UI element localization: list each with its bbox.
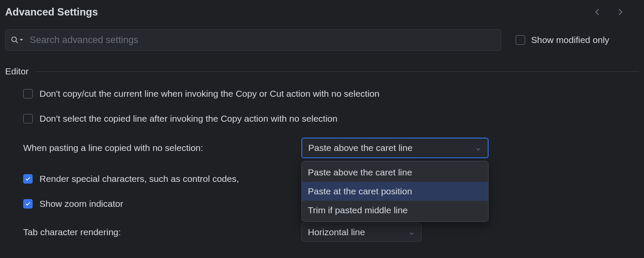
settings-body: Don't copy/cut the current line when inv… — [5, 88, 639, 242]
search-row: Show modified only — [5, 29, 639, 51]
header: Advanced Settings — [5, 6, 639, 18]
advanced-settings-panel: Advanced Settings Show modified only — [0, 0, 644, 242]
back-icon[interactable] — [592, 6, 603, 18]
checkbox-unchecked-icon[interactable] — [23, 114, 33, 123]
nav-arrows — [592, 6, 626, 18]
paste-mode-select[interactable]: Paste above the caret line — [301, 138, 489, 158]
checkbox-zoom-indicator[interactable]: Show zoom indicator — [23, 199, 123, 209]
setting-label: Tab character rendering: — [23, 227, 301, 237]
select-value: Paste above the caret line — [308, 143, 413, 153]
divider — [36, 71, 639, 72]
forward-icon[interactable] — [615, 6, 626, 18]
search-icon — [11, 34, 23, 46]
checkbox-unchecked-icon[interactable] — [23, 89, 33, 98]
page-title: Advanced Settings — [5, 6, 98, 18]
search-box[interactable] — [5, 29, 501, 51]
dropdown-item[interactable]: Paste above the caret line — [302, 163, 488, 182]
dropdown-item[interactable]: Paste at the caret position — [302, 182, 488, 201]
setting-label: Show zoom indicator — [39, 199, 123, 209]
chevron-down-icon — [475, 144, 482, 151]
setting-select-after-copy: Don't select the copied line after invok… — [23, 113, 639, 125]
checkbox-select-after-copy[interactable]: Don't select the copied line after invok… — [23, 114, 337, 124]
dropdown-item[interactable]: Trim if pasted middle line — [302, 201, 488, 220]
setting-tab-rendering: Tab character rendering: Horizontal line — [23, 223, 639, 242]
checkbox-checked-icon[interactable] — [23, 174, 33, 184]
checkbox-unchecked-icon[interactable] — [516, 35, 525, 45]
setting-label: When pasting a line copied with no selec… — [23, 143, 301, 153]
setting-copy-cut: Don't copy/cut the current line when inv… — [23, 88, 639, 100]
checkbox-checked-icon[interactable] — [23, 199, 33, 209]
setting-label: Don't select the copied line after invok… — [39, 114, 337, 124]
search-input[interactable] — [29, 34, 495, 46]
tab-rendering-select[interactable]: Horizontal line — [301, 223, 422, 242]
paste-mode-dropdown: Paste above the caret line Paste at the … — [301, 161, 489, 222]
show-modified-label: Show modified only — [531, 35, 609, 45]
svg-point-0 — [12, 37, 16, 42]
chevron-down-icon — [408, 229, 415, 236]
show-modified-only[interactable]: Show modified only — [516, 35, 609, 45]
checkbox-copy-cut[interactable]: Don't copy/cut the current line when inv… — [23, 89, 380, 99]
setting-label: Don't copy/cut the current line when inv… — [39, 89, 380, 99]
select-value: Horizontal line — [308, 227, 365, 237]
setting-paste-mode: When pasting a line copied with no selec… — [23, 138, 639, 158]
section-header-editor: Editor — [5, 66, 639, 77]
section-title: Editor — [5, 66, 29, 77]
